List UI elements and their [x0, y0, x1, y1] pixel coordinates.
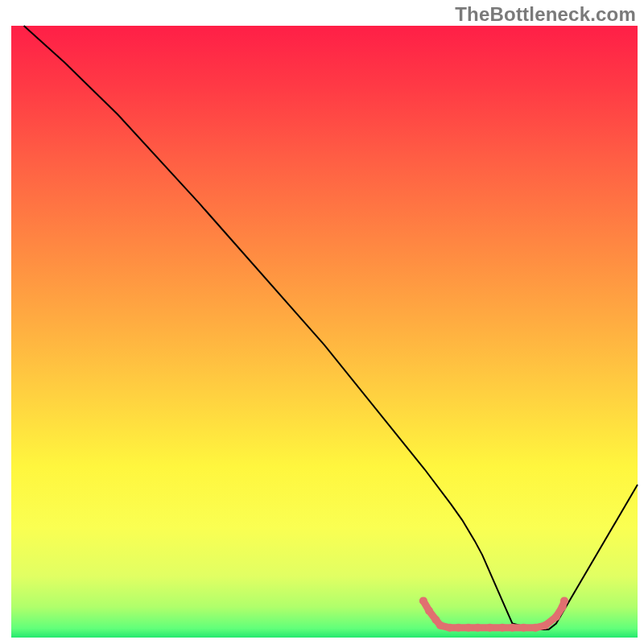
optimum-dot — [552, 613, 560, 621]
optimum-dot — [542, 621, 550, 630]
optimum-dot — [436, 621, 444, 630]
chart-svg — [0, 0, 644, 644]
optimum-dot — [455, 624, 463, 632]
optimum-dot — [508, 624, 516, 632]
optimum-dot — [474, 624, 482, 632]
optimum-dot — [464, 624, 473, 632]
optimum-dot — [498, 624, 506, 632]
optimum-dot — [531, 624, 539, 632]
plot-background — [11, 26, 638, 638]
optimum-dot — [560, 597, 568, 605]
chart-container: TheBottleneck.com — [0, 0, 644, 644]
optimum-dot — [446, 624, 454, 632]
optimum-dot — [519, 624, 527, 632]
optimum-dot — [425, 607, 433, 615]
optimum-dot — [485, 624, 493, 632]
optimum-dot — [419, 597, 427, 605]
